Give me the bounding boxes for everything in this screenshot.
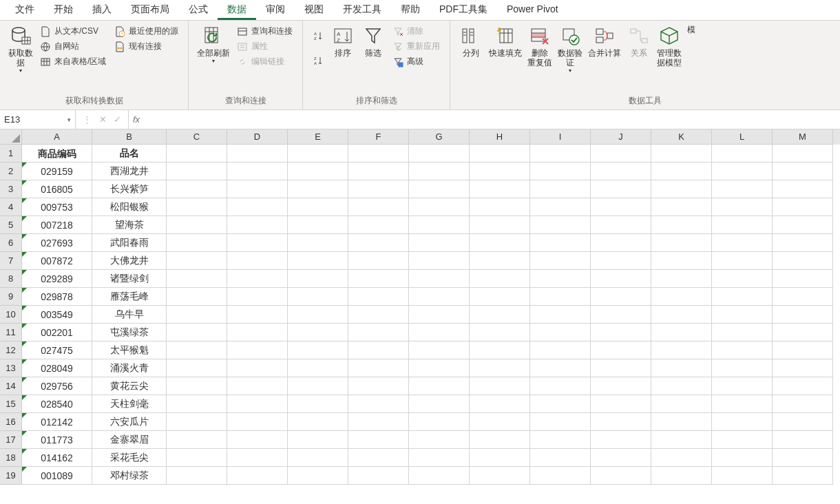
cell-A3[interactable]: 016805 bbox=[22, 180, 92, 198]
cell-F18[interactable] bbox=[348, 449, 409, 467]
get-data-button[interactable]: 获取数据 ▾ bbox=[6, 23, 36, 75]
cell-H18[interactable] bbox=[470, 449, 530, 467]
cell-J8[interactable] bbox=[591, 270, 651, 288]
cell-M17[interactable] bbox=[773, 431, 833, 449]
cell-G5[interactable] bbox=[409, 216, 470, 234]
cell-J9[interactable] bbox=[591, 288, 651, 306]
cell-L5[interactable] bbox=[712, 216, 773, 234]
cell-I18[interactable] bbox=[530, 449, 591, 467]
cell-G10[interactable] bbox=[409, 306, 470, 324]
filter-button[interactable]: 筛选 bbox=[358, 23, 388, 59]
cell-D1[interactable] bbox=[227, 145, 288, 162]
cell-C11[interactable] bbox=[167, 324, 227, 342]
row-header[interactable]: 9 bbox=[0, 288, 22, 306]
cell-I16[interactable] bbox=[530, 413, 591, 431]
cell-G3[interactable] bbox=[409, 180, 470, 198]
cell-M12[interactable] bbox=[773, 342, 833, 359]
cell-H12[interactable] bbox=[470, 342, 530, 359]
cell-M2[interactable] bbox=[773, 162, 833, 180]
row-header[interactable]: 19 bbox=[0, 467, 22, 485]
cell-D14[interactable] bbox=[227, 377, 288, 395]
cell-C1[interactable] bbox=[167, 145, 227, 162]
cell-C13[interactable] bbox=[167, 359, 227, 377]
cell-E16[interactable] bbox=[288, 413, 348, 431]
cell-M18[interactable] bbox=[773, 449, 833, 467]
cell-K18[interactable] bbox=[651, 449, 712, 467]
column-header-K[interactable]: K bbox=[651, 129, 712, 145]
cell-K19[interactable] bbox=[651, 467, 712, 485]
accept-icon[interactable]: ✓ bbox=[114, 114, 121, 125]
cell-G16[interactable] bbox=[409, 413, 470, 431]
cell-A18[interactable]: 014162 bbox=[22, 449, 92, 467]
cell-M9[interactable] bbox=[773, 288, 833, 306]
cell-A4[interactable]: 009753 bbox=[22, 198, 92, 216]
cell-I14[interactable] bbox=[530, 377, 591, 395]
cell-I2[interactable] bbox=[530, 162, 591, 180]
cell-E5[interactable] bbox=[288, 216, 348, 234]
cell-A19[interactable]: 001089 bbox=[22, 467, 92, 485]
row-header[interactable]: 15 bbox=[0, 395, 22, 413]
cell-F7[interactable] bbox=[348, 252, 409, 270]
tab-8[interactable]: 开发工具 bbox=[333, 0, 391, 20]
cell-M13[interactable] bbox=[773, 359, 833, 377]
cell-F19[interactable] bbox=[348, 467, 409, 485]
cell-G2[interactable] bbox=[409, 162, 470, 180]
cell-D9[interactable] bbox=[227, 288, 288, 306]
cell-B15[interactable]: 天柱剑毫 bbox=[92, 395, 167, 413]
cell-G15[interactable] bbox=[409, 395, 470, 413]
cell-C18[interactable] bbox=[167, 449, 227, 467]
cell-G18[interactable] bbox=[409, 449, 470, 467]
cell-A11[interactable]: 002201 bbox=[22, 324, 92, 342]
cell-I6[interactable] bbox=[530, 234, 591, 252]
text-to-columns-button[interactable]: 分列 bbox=[456, 23, 486, 59]
cell-C8[interactable] bbox=[167, 270, 227, 288]
cell-K16[interactable] bbox=[651, 413, 712, 431]
cell-A6[interactable]: 027693 bbox=[22, 234, 92, 252]
cell-J10[interactable] bbox=[591, 306, 651, 324]
cell-C6[interactable] bbox=[167, 234, 227, 252]
row-header[interactable]: 6 bbox=[0, 234, 22, 252]
tab-2[interactable]: 插入 bbox=[83, 0, 121, 20]
cell-F9[interactable] bbox=[348, 288, 409, 306]
row-header[interactable]: 17 bbox=[0, 431, 22, 449]
cell-M3[interactable] bbox=[773, 180, 833, 198]
cell-C3[interactable] bbox=[167, 180, 227, 198]
cell-J14[interactable] bbox=[591, 377, 651, 395]
tab-0[interactable]: 文件 bbox=[6, 0, 44, 20]
cell-E14[interactable] bbox=[288, 377, 348, 395]
cell-F10[interactable] bbox=[348, 306, 409, 324]
row-header[interactable]: 4 bbox=[0, 198, 22, 216]
tab-4[interactable]: 公式 bbox=[179, 0, 218, 20]
cancel-icon[interactable]: ✕ bbox=[99, 114, 107, 125]
row-header[interactable]: 2 bbox=[0, 162, 22, 180]
remove-duplicates-button[interactable]: 删除重复值 bbox=[525, 23, 555, 69]
tab-7[interactable]: 视图 bbox=[295, 0, 333, 20]
cell-E1[interactable] bbox=[288, 145, 348, 162]
cell-B12[interactable]: 太平猴魁 bbox=[92, 342, 167, 359]
cell-D7[interactable] bbox=[227, 252, 288, 270]
cell-D10[interactable] bbox=[227, 306, 288, 324]
cell-M15[interactable] bbox=[773, 395, 833, 413]
cell-J12[interactable] bbox=[591, 342, 651, 359]
cell-L15[interactable] bbox=[712, 395, 773, 413]
cell-E3[interactable] bbox=[288, 180, 348, 198]
select-all-corner[interactable] bbox=[0, 129, 22, 145]
cell-G1[interactable] bbox=[409, 145, 470, 162]
tab-11[interactable]: Power Pivot bbox=[497, 0, 568, 20]
cell-D17[interactable] bbox=[227, 431, 288, 449]
row-header[interactable]: 3 bbox=[0, 180, 22, 198]
tab-1[interactable]: 开始 bbox=[44, 0, 83, 20]
cell-H9[interactable] bbox=[470, 288, 530, 306]
cell-K15[interactable] bbox=[651, 395, 712, 413]
cell-B1[interactable]: 品名 bbox=[92, 145, 167, 162]
cell-L14[interactable] bbox=[712, 377, 773, 395]
cell-E9[interactable] bbox=[288, 288, 348, 306]
cell-A2[interactable]: 029159 bbox=[22, 162, 92, 180]
cell-K11[interactable] bbox=[651, 324, 712, 342]
cell-H15[interactable] bbox=[470, 395, 530, 413]
column-header-G[interactable]: G bbox=[409, 129, 470, 145]
cell-B9[interactable]: 雁荡毛峰 bbox=[92, 288, 167, 306]
sort-desc-button[interactable]: ZA bbox=[311, 54, 325, 67]
row-header[interactable]: 13 bbox=[0, 359, 22, 377]
cell-L3[interactable] bbox=[712, 180, 773, 198]
